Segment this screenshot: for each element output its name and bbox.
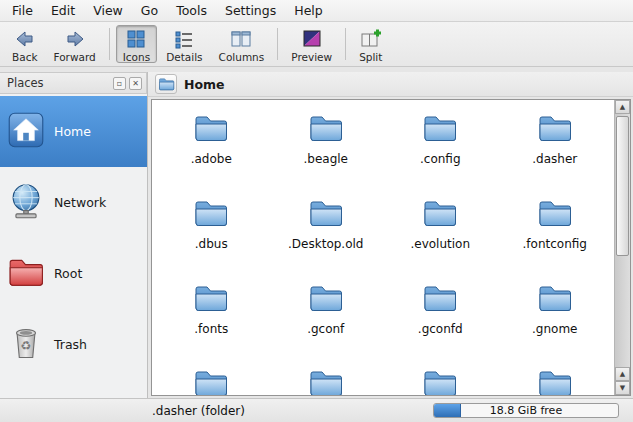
scrollbar-up-button[interactable]: ▲: [615, 100, 630, 114]
places-panel-title: Places: [4, 76, 110, 90]
folder-icon: [537, 368, 573, 395]
folder-label: .Desktop.old: [288, 237, 363, 251]
sidebar-item-trash[interactable]: ♻ Trash: [0, 309, 147, 380]
preview-button[interactable]: Preview: [284, 25, 339, 63]
free-space-indicator: 18.8 GiB free: [433, 403, 619, 418]
details-view-button[interactable]: Details: [159, 25, 209, 63]
menu-edit[interactable]: Edit: [42, 0, 84, 21]
folder-icon: [308, 283, 344, 316]
scrollbar-thumb[interactable]: [616, 116, 629, 256]
panel-float-button[interactable]: ▫: [113, 77, 126, 90]
sidebar-item-network[interactable]: Network: [0, 167, 147, 238]
folder-item[interactable]: .config: [383, 104, 498, 189]
breadcrumb-location[interactable]: Home: [184, 77, 225, 92]
folder-item[interactable]: [269, 359, 384, 395]
folder-icon: [422, 198, 458, 231]
folder-item[interactable]: .dbus: [154, 189, 269, 274]
trash-icon: ♻: [7, 324, 45, 365]
folder-icon: [193, 368, 229, 395]
folder-icon: [308, 113, 344, 146]
home-folder-icon[interactable]: [155, 74, 177, 94]
main-view: Home .adobe .beagle .: [148, 72, 633, 398]
arrow-right-icon: [64, 28, 86, 50]
icons-view-button[interactable]: Icons: [116, 25, 157, 63]
folder-label: .dasher: [532, 152, 577, 166]
vertical-scrollbar[interactable]: ▲ ▲ ▼: [614, 100, 630, 395]
menu-tools[interactable]: Tools: [167, 0, 216, 21]
svg-text:♻: ♻: [20, 339, 31, 353]
folder-label: .dbus: [195, 237, 228, 251]
folder-label: .evolution: [410, 237, 470, 251]
forward-button[interactable]: Forward: [47, 25, 103, 63]
scrollbar-down-button[interactable]: ▼: [615, 381, 630, 395]
folder-icon: [537, 113, 573, 146]
place-label: Network: [54, 195, 106, 210]
folder-item[interactable]: .gconf: [269, 274, 384, 359]
folder-item[interactable]: .adobe: [154, 104, 269, 189]
statusbar: .dasher (folder) 18.8 GiB free: [0, 398, 633, 422]
icons-label: Icons: [123, 51, 150, 63]
arrow-left-icon: [14, 28, 36, 50]
folder-item[interactable]: .gnome: [498, 274, 613, 359]
scrollbar-track[interactable]: [615, 114, 630, 367]
folder-item[interactable]: [498, 359, 613, 395]
details-label: Details: [166, 51, 202, 63]
folder-label: .gconfd: [418, 322, 463, 336]
folder-label: .beagle: [303, 152, 348, 166]
preview-label: Preview: [291, 51, 332, 63]
free-space-label: 18.8 GiB free: [434, 404, 618, 417]
places-list: Home Network: [0, 94, 147, 398]
sidebar-item-home[interactable]: Home: [0, 96, 147, 167]
back-button[interactable]: Back: [5, 25, 45, 63]
menu-file[interactable]: File: [3, 0, 42, 21]
folder-icon: [308, 198, 344, 231]
folder-label: .fonts: [194, 322, 228, 336]
toolbar-separator: [277, 28, 278, 60]
split-label: Split: [359, 51, 382, 63]
columns-view-button[interactable]: Columns: [212, 25, 272, 63]
folder-grid: .adobe .beagle .config .dasher: [152, 100, 614, 395]
menu-go[interactable]: Go: [132, 0, 167, 21]
folder-label: .gconf: [307, 322, 344, 336]
folder-item[interactable]: .dasher: [498, 104, 613, 189]
folder-item[interactable]: .Desktop.old: [269, 189, 384, 274]
toolbar-separator: [109, 28, 110, 60]
folder-label: .config: [420, 152, 461, 166]
folder-label: .gnome: [532, 322, 577, 336]
folder-item[interactable]: .evolution: [383, 189, 498, 274]
folder-item[interactable]: [154, 359, 269, 395]
split-button[interactable]: Split: [352, 25, 389, 63]
place-label: Home: [54, 124, 91, 139]
columns-view-icon: [230, 28, 252, 50]
scrollbar-up-button-bottom[interactable]: ▲: [615, 367, 630, 381]
toolbar-separator: [345, 28, 346, 60]
sidebar-item-root[interactable]: Root: [0, 238, 147, 309]
home-icon: [7, 111, 45, 152]
menubar: File Edit View Go Tools Settings Help: [0, 0, 633, 22]
folder-item[interactable]: [383, 359, 498, 395]
folder-icon: [193, 198, 229, 231]
folder-icon: [308, 368, 344, 395]
places-panel: Places ▫ ✕ Home: [0, 72, 148, 398]
details-view-icon: [173, 28, 195, 50]
content-area: Places ▫ ✕ Home: [0, 72, 633, 398]
icons-view-icon: [125, 28, 147, 50]
folder-view: .adobe .beagle .config .dasher: [151, 99, 631, 396]
back-label: Back: [12, 51, 38, 63]
folder-item[interactable]: .fonts: [154, 274, 269, 359]
menu-settings[interactable]: Settings: [216, 0, 285, 21]
menu-view[interactable]: View: [84, 0, 132, 21]
panel-close-button[interactable]: ✕: [129, 77, 142, 90]
file-manager-window: File Edit View Go Tools Settings Help Ba…: [0, 0, 633, 422]
place-label: Root: [54, 266, 82, 281]
places-panel-header: Places ▫ ✕: [0, 72, 147, 94]
folder-icon: [537, 198, 573, 231]
menu-help[interactable]: Help: [285, 0, 332, 21]
toolbar: Back Forward Icons: [0, 22, 633, 67]
folder-icon: [422, 113, 458, 146]
folder-item[interactable]: .gconfd: [383, 274, 498, 359]
place-label: Trash: [54, 337, 87, 352]
folder-item[interactable]: .beagle: [269, 104, 384, 189]
network-globe-icon: [7, 182, 45, 223]
folder-item[interactable]: .fontconfig: [498, 189, 613, 274]
